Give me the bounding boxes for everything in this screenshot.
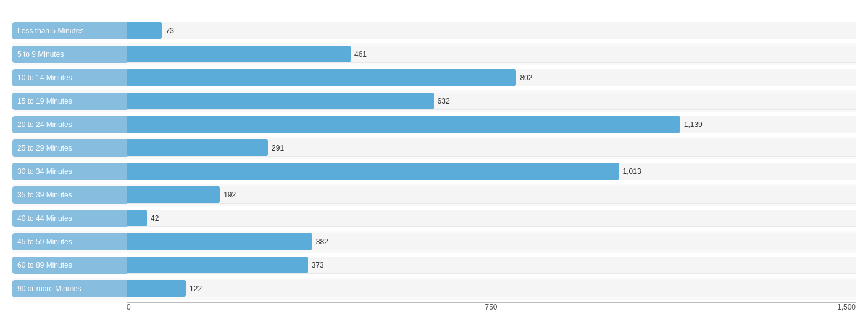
chart-container: Less than 5 Minutes735 to 9 Minutes46110… <box>0 0 868 322</box>
bar-row: 20 to 24 Minutes1,139 <box>12 114 856 136</box>
x-axis-label-0: 0 <box>127 303 131 312</box>
bar-value: 632 <box>438 97 450 105</box>
bar-value: 373 <box>312 261 324 270</box>
bar-track: 632 <box>127 93 856 110</box>
bar-label: 5 to 9 Minutes <box>12 46 127 63</box>
bar-row: 10 to 14 Minutes802 <box>12 67 856 89</box>
bar-fill <box>127 139 268 156</box>
bar-track: 73 <box>127 22 856 39</box>
bar-track: 802 <box>127 69 856 86</box>
bar-value: 802 <box>520 73 532 82</box>
bar-row: 45 to 59 Minutes382 <box>12 231 856 253</box>
bar-label: 25 to 29 Minutes <box>12 139 127 157</box>
bar-fill <box>127 210 147 226</box>
bar-track: 1,139 <box>127 116 856 133</box>
bar-track: 373 <box>127 257 856 274</box>
bar-value: 1,013 <box>623 167 641 176</box>
bar-fill <box>127 22 162 39</box>
bar-fill <box>127 233 312 250</box>
bar-row: 15 to 19 Minutes632 <box>12 90 856 112</box>
bar-track: 291 <box>127 139 856 157</box>
x-axis-label-750: 750 <box>485 303 497 312</box>
bar-value: 122 <box>190 284 202 293</box>
bars-container: Less than 5 Minutes735 to 9 Minutes46110… <box>12 20 856 300</box>
bar-label: 10 to 14 Minutes <box>12 69 127 86</box>
bar-row: 60 to 89 Minutes373 <box>12 254 856 276</box>
bar-label: 35 to 39 Minutes <box>12 186 127 204</box>
bar-label: 90 or more Minutes <box>12 280 127 297</box>
x-axis-label-1500: 1,500 <box>837 303 856 312</box>
bar-fill <box>127 163 619 180</box>
bar-row: 40 to 44 Minutes42 <box>12 207 856 229</box>
bar-fill <box>127 186 220 203</box>
bar-track: 1,013 <box>127 163 856 180</box>
bar-row: 90 or more Minutes122 <box>12 278 856 300</box>
bar-row: 25 to 29 Minutes291 <box>12 137 856 159</box>
bar-label: 30 to 34 Minutes <box>12 163 127 180</box>
bar-label: 45 to 59 Minutes <box>12 233 127 250</box>
bar-label: 40 to 44 Minutes <box>12 210 127 227</box>
bar-value: 73 <box>165 27 173 35</box>
bar-track: 382 <box>127 233 856 250</box>
x-axis: 0 750 1,500 <box>127 303 856 315</box>
bar-row: 5 to 9 Minutes461 <box>12 43 856 65</box>
bar-value: 291 <box>272 144 284 152</box>
bar-track: 42 <box>127 210 856 227</box>
bar-track: 122 <box>127 280 856 297</box>
bar-track: 461 <box>127 46 856 63</box>
bar-track: 192 <box>127 186 856 204</box>
bar-value: 42 <box>151 214 159 223</box>
bar-label: 60 to 89 Minutes <box>12 257 127 274</box>
bar-label: 15 to 19 Minutes <box>12 93 127 110</box>
bar-fill <box>127 93 434 109</box>
bar-label: 20 to 24 Minutes <box>12 116 127 133</box>
bar-value: 382 <box>316 237 328 246</box>
bar-value: 1,139 <box>684 120 703 129</box>
bar-label: Less than 5 Minutes <box>12 22 127 39</box>
bar-fill <box>127 46 351 62</box>
bar-value: 192 <box>223 191 236 199</box>
bar-row: 35 to 39 Minutes192 <box>12 184 856 206</box>
bar-fill <box>127 116 680 133</box>
bar-fill <box>127 69 516 86</box>
bar-fill <box>127 257 308 273</box>
bar-row: Less than 5 Minutes73 <box>12 20 856 42</box>
bar-fill <box>127 280 186 297</box>
bar-row: 30 to 34 Minutes1,013 <box>12 160 856 183</box>
bar-value: 461 <box>354 50 367 59</box>
